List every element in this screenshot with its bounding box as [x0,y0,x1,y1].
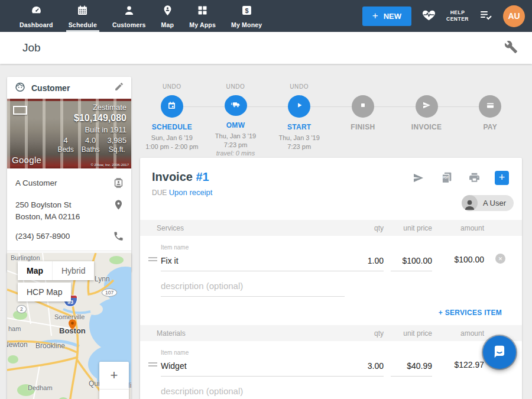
built-year: Built in 1911 [57,125,126,134]
nav-item-dashboard[interactable]: Dashboard [12,0,61,32]
map-type-map-button[interactable]: Map [18,261,52,280]
address-line2: Boston, MA 02116 [15,212,80,221]
add-services-item-link[interactable]: + SERVICES ITEM [439,309,502,317]
item-name-label: Item name [161,244,345,251]
stat-label: Beds [57,145,73,154]
undo-start-button[interactable]: UNDO [290,83,309,90]
undo-schedule-button[interactable]: UNDO [163,83,181,90]
step-date: Thu, Jan 3 '19 [215,132,256,141]
service-qty-input[interactable]: 1.00 [345,256,384,271]
svg-text:PDF: PDF [443,176,449,179]
customer-card-header: Customer [7,77,131,99]
step-time: 7:23 pm [215,141,256,150]
close-icon[interactable]: ✕ [495,254,505,264]
map-label-lynn: Lynn [95,275,110,283]
contact-card-icon[interactable] [113,177,124,191]
location-pin-icon[interactable] [113,199,124,213]
help-center-button[interactable]: HELP CENTER [446,9,469,22]
nav-label: Schedule [69,21,97,28]
user-avatar[interactable]: AU [503,5,525,27]
checklist-icon[interactable] [479,8,493,24]
due-label: DUE [152,189,167,197]
map-label-waltham: ham [8,325,21,332]
omw-step-button[interactable] [225,95,247,116]
calendar-icon [166,100,177,113]
page-title: Job [22,41,41,54]
customer-name: A Customer [15,177,57,189]
step-time: 7:23 pm [278,142,319,151]
map-pin-icon [161,4,174,19]
apps-grid-icon [196,4,209,19]
step-label: OMW [226,121,245,129]
unit-price-column-header: unit price [391,329,432,338]
due-value-link[interactable]: Upon receipt [169,188,213,197]
zoom-in-button[interactable]: + [99,362,129,390]
remove-service-item: ✕ [488,254,505,271]
street-view-toggle-icon[interactable] [13,106,27,115]
service-unit-price-input[interactable]: $100.00 [391,256,432,271]
nav-item-my-money[interactable]: $ My Money [223,0,270,32]
step-invoice: INVOICE [395,64,459,158]
assigned-user-chip[interactable]: A User [462,195,514,211]
stat-value: 4.0 [82,136,100,145]
step-label: SCHEDULE [152,123,192,131]
send-icon [421,100,432,113]
invoice-step-button[interactable] [416,95,438,118]
customer-details: A Customer 250 Boylston St Boston, MA 02… [7,168,131,251]
finish-step-button[interactable] [352,95,374,118]
new-button[interactable]: + NEW [362,7,411,26]
material-description-input[interactable]: description (optional) [161,380,345,399]
service-amount: $100.00 [437,255,484,271]
invoice-title-text: Invoice [152,170,193,183]
start-step-button[interactable] [288,95,310,118]
invoice-number: #1 [196,170,209,183]
pay-step-button[interactable] [479,95,501,118]
step-detail: Sun, Jan 6 '19 1:00 pm - 2:00 pm [145,134,198,151]
pdf-icon[interactable]: PDF [439,170,454,185]
step-label: INVOICE [411,123,442,131]
add-services-row: + SERVICES ITEM [140,297,522,325]
property-photo[interactable]: Zestimate $10,149,080 Built in 1911 4 Be… [7,99,131,168]
user-silhouette-icon [462,195,478,211]
schedule-step-button[interactable] [161,95,183,118]
zestimate-label: Zestimate [57,103,126,112]
svg-text:$: $ [245,7,248,14]
drag-handle-icon[interactable] [148,255,161,271]
hcp-map-button[interactable]: HCP Map [18,283,71,301]
nav-item-my-apps[interactable]: My Apps [181,0,223,32]
phone-icon[interactable] [113,231,124,244]
nav-item-schedule[interactable]: Schedule [61,0,105,32]
help-center-line1: HELP [446,9,469,16]
customer-address-row: 250 Boylston St Boston, MA 02116 [15,195,124,226]
service-name-value[interactable]: Fix it [161,256,345,271]
step-start: UNDO START Thu, Jan 3 '19 7:23 pm [267,64,331,158]
undo-omw-button[interactable]: UNDO [226,83,245,90]
chat-widget-button[interactable] [483,336,516,369]
add-invoice-button[interactable]: + [495,171,509,185]
drag-handle-icon[interactable] [148,361,161,377]
map-card[interactable]: Burlington Lynn 107 2 93 Somerville ham … [7,253,131,399]
service-item-row: Item name Fix it 1.00 $100.00 $100.00 ✕ [140,236,522,271]
calendar-icon [76,4,89,19]
stat-value: 4 [57,136,73,145]
send-invoice-icon[interactable] [411,171,426,185]
nav-item-map[interactable]: Map [154,0,182,32]
material-unit-price-input[interactable]: $40.99 [391,361,432,377]
edit-pencil-icon[interactable] [114,82,124,94]
zoom-out-button[interactable]: − [99,390,129,399]
step-travel-time: travel: 0 mins [215,149,256,158]
material-name-field[interactable]: Item name Widget [161,349,345,377]
job-settings-wrench-icon[interactable] [504,40,518,56]
nav-item-customers[interactable]: Customers [105,0,154,32]
dashboard-gauge-icon [30,4,43,19]
route-107-shield: 107 [102,288,117,297]
service-name-field[interactable]: Item name Fix it [161,244,345,271]
map-type-hybrid-button[interactable]: Hybrid [52,261,94,280]
material-qty-input[interactable]: 3.00 [345,361,384,377]
material-description-row: description (optional) [140,377,522,399]
help-center-line2: CENTER [446,16,469,22]
material-name-value[interactable]: Widget [161,361,345,376]
print-icon[interactable] [468,171,481,184]
heart-pulse-icon[interactable] [421,8,436,25]
service-description-input[interactable]: description (optional) [161,275,345,297]
